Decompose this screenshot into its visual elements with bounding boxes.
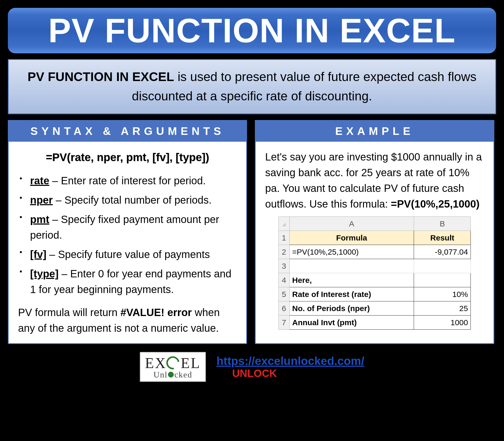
example-text: Let's say you are investing $1000 annual… — [265, 149, 484, 212]
footer-unlock-text: UNLOCK — [232, 368, 364, 379]
cell-a6: No. of Periods (nper) — [289, 301, 414, 315]
arg-desc: – Specify fixed payment amount per perio… — [30, 214, 219, 241]
cell-a3 — [289, 259, 414, 273]
footer: EXEL Unlcked https://excelunlocked.com/ … — [8, 352, 496, 382]
arg-desc: – Enter 0 for year end payments and 1 fo… — [30, 268, 231, 295]
logo: EXEL Unlcked — [140, 352, 206, 382]
row-header: 7 — [278, 315, 289, 329]
description-box: PV FUNCTION IN EXCEL is used to present … — [8, 59, 496, 114]
syntax-body: =PV(rate, nper, pmt, [fv], [type]) rate … — [9, 142, 246, 343]
example-formula: =PV(10%,25,1000) — [391, 198, 480, 210]
grid-corner — [278, 216, 289, 231]
description-bold: PV FUNCTION IN EXCEL — [27, 70, 174, 84]
cell-a7: Annual Invt (pmt) — [289, 315, 414, 329]
row-header: 6 — [278, 301, 289, 315]
argument-list: rate – Enter rate of interest for period… — [18, 173, 237, 297]
syntax-formula: =PV(rate, nper, pmt, [fv], [type]) — [18, 149, 237, 165]
example-header: EXAMPLE — [256, 121, 493, 142]
row-header: 4 — [278, 273, 289, 287]
logo-text-cked: cked — [174, 370, 192, 379]
cell-a1: Formula — [289, 231, 414, 245]
cell-b5: 10% — [414, 287, 471, 301]
arg-desc: – Specify future value of payments — [46, 249, 210, 260]
footer-links: https://excelunlocked.com/ UNLOCK — [216, 354, 364, 379]
page-title: PV FUNCTION IN EXCEL — [8, 14, 496, 48]
logo-top: EXEL — [145, 355, 201, 370]
arg-pmt: pmt – Specify fixed payment amount per p… — [18, 211, 237, 243]
arg-name: pmt — [30, 214, 49, 225]
cell-b7: 1000 — [414, 315, 471, 329]
arg-name: [fv] — [30, 249, 46, 260]
cell-b4 — [414, 273, 471, 287]
arg-name: [type] — [30, 268, 59, 279]
logo-text-el: EL — [181, 356, 201, 370]
row-header: 1 — [278, 231, 289, 245]
arg-desc: – Enter rate of interest for period. — [49, 175, 206, 186]
cell-b3 — [414, 259, 471, 273]
arg-fv: [fv] – Specify future value of payments — [18, 247, 237, 262]
keyhole-icon — [168, 372, 174, 377]
arg-nper: nper – Specify total number of periods. — [18, 192, 237, 208]
syntax-column: SYNTAX & ARGUMENTS =PV(rate, nper, pmt, … — [8, 120, 247, 344]
logo-text-ex: EX — [145, 356, 167, 370]
footer-url-link[interactable]: https://excelunlocked.com/ — [216, 354, 364, 368]
syntax-header: SYNTAX & ARGUMENTS — [9, 121, 246, 142]
title-bar: PV FUNCTION IN EXCEL — [8, 8, 496, 53]
cell-a5: Rate of Interest (rate) — [289, 287, 414, 301]
row-header: 2 — [278, 245, 289, 259]
cell-b1: Result — [414, 231, 471, 245]
error-note: PV formula will return #VALUE! error whe… — [18, 305, 237, 336]
cell-b6: 25 — [414, 301, 471, 315]
note-pre: PV formula will return — [18, 307, 120, 318]
note-bold: #VALUE! error — [120, 307, 192, 318]
arg-type: [type] – Enter 0 for year end payments a… — [18, 266, 237, 297]
example-body: Let's say you are investing $1000 annual… — [256, 142, 493, 337]
description-text: PV FUNCTION IN EXCEL is used to present … — [19, 67, 485, 106]
arg-desc: – Specify total number of periods. — [53, 194, 212, 206]
cell-a4: Here, — [289, 273, 414, 287]
logo-bottom: Unlcked — [153, 370, 192, 379]
arg-name: nper — [30, 194, 53, 206]
cell-a2: =PV(10%,25,1000) — [289, 245, 414, 259]
select-all-icon — [282, 223, 286, 226]
col-header-b: B — [414, 216, 471, 231]
col-header-a: A — [289, 216, 414, 231]
cell-b2: -9,077.04 — [414, 245, 471, 259]
logo-text-unl: Unl — [153, 370, 167, 379]
description-rest: is used to present value of future expec… — [132, 70, 477, 103]
arg-rate: rate – Enter rate of interest for period… — [18, 173, 237, 188]
arg-name: rate — [30, 175, 49, 186]
row-header: 5 — [278, 287, 289, 301]
row-header: 3 — [278, 259, 289, 273]
example-column: EXAMPLE Let's say you are investing $100… — [255, 120, 494, 344]
excel-grid: A B 1 Formula Result 2 =PV(10%,25,1000) … — [278, 216, 471, 330]
columns: SYNTAX & ARGUMENTS =PV(rate, nper, pmt, … — [8, 120, 496, 344]
